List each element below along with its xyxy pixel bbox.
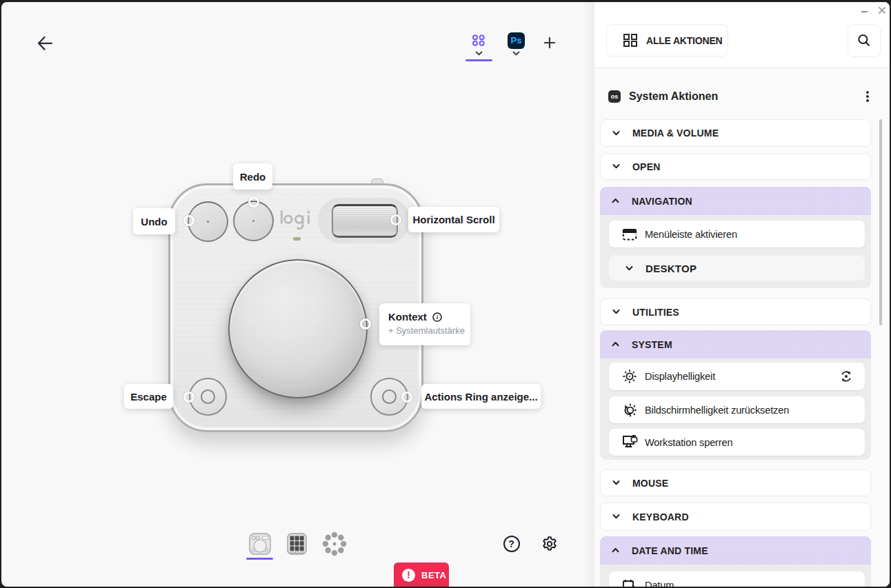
svg-text:i: i [437,314,439,321]
